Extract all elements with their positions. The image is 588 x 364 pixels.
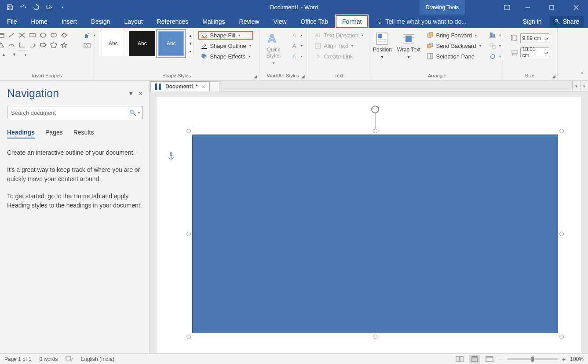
resize-handle[interactable]: [559, 232, 564, 236]
nav-search-input[interactable]: [11, 109, 129, 116]
tab-file[interactable]: File: [0, 15, 24, 28]
align-button[interactable]: ▾: [487, 31, 503, 40]
style-gallery-more[interactable]: ▲▼▾: [187, 31, 194, 56]
shape-style-gallery[interactable]: Abc Abc Abc ▲▼▾: [100, 31, 194, 56]
style-preset-3[interactable]: Abc: [158, 31, 184, 56]
zoom-slider[interactable]: [508, 358, 558, 360]
tab-home[interactable]: Home: [24, 15, 55, 28]
nav-tab-headings[interactable]: Headings: [7, 129, 35, 138]
redo-icon[interactable]: [33, 4, 40, 11]
nav-menu-icon[interactable]: ▼: [128, 90, 134, 97]
document-canvas[interactable]: [157, 97, 581, 353]
tab-office-tab[interactable]: Office Tab: [294, 15, 336, 28]
shape-width-input[interactable]: 18.01 cm▴▾: [520, 47, 549, 57]
resize-handle[interactable]: [186, 129, 191, 133]
resize-handle[interactable]: [373, 129, 377, 133]
nav-close-icon[interactable]: ✕: [138, 90, 143, 97]
status-language[interactable]: English (India): [80, 356, 114, 362]
nav-tab-pages[interactable]: Pages: [45, 129, 63, 138]
tab-close-all[interactable]: ×: [580, 81, 588, 91]
tab-scroll-dropdown[interactable]: ▾: [572, 81, 580, 91]
read-mode-icon[interactable]: [454, 355, 465, 364]
status-words[interactable]: 0 words: [39, 356, 58, 362]
spellcheck-icon[interactable]: [66, 355, 73, 363]
selection-pane-button[interactable]: Selection Pane: [424, 52, 483, 61]
tab-format[interactable]: Format: [335, 15, 369, 28]
navigation-pane: Navigation ▼ ✕ 🔍 ▾ Headings Pages Result…: [0, 81, 150, 353]
resize-handle[interactable]: [559, 335, 564, 339]
ribbon-display-icon[interactable]: [499, 0, 515, 15]
zoom-level[interactable]: 100%: [570, 356, 584, 362]
style-preset-2[interactable]: Abc: [129, 31, 155, 56]
text-fill-button[interactable]: A▾: [289, 31, 305, 40]
undo-icon[interactable]: ▾: [19, 4, 26, 11]
collapse-ribbon-icon[interactable]: ⌃: [580, 71, 584, 78]
align-text-button[interactable]: Align Text▾: [312, 41, 365, 50]
spinner-icon[interactable]: ▴▾: [544, 37, 549, 40]
nav-tab-results[interactable]: Results: [73, 129, 94, 138]
tab-view[interactable]: View: [266, 15, 293, 28]
tab-review[interactable]: Review: [232, 15, 267, 28]
size-launcher-icon[interactable]: ◢: [552, 74, 555, 79]
save-icon[interactable]: [6, 4, 13, 11]
zoom-out-icon[interactable]: −: [499, 355, 503, 363]
style-preset-1[interactable]: Abc: [100, 31, 126, 56]
wordart-launcher-icon[interactable]: ◢: [301, 74, 305, 79]
tab-references[interactable]: References: [150, 15, 196, 28]
shape-effects-button[interactable]: Shape Effects▾: [198, 52, 253, 61]
maximize-button[interactable]: [540, 0, 564, 15]
omega-icon[interactable]: Ω▾: [46, 4, 53, 11]
text-direction-button[interactable]: AText Direction▾: [312, 31, 365, 40]
spinner-icon[interactable]: ▴▾: [544, 51, 549, 54]
svg-rect-48: [512, 50, 517, 54]
status-page[interactable]: Page 1 of 1: [4, 356, 31, 362]
group-button[interactable]: ▾: [487, 41, 503, 50]
web-layout-icon[interactable]: [484, 355, 495, 364]
svg-rect-2: [550, 5, 554, 9]
search-icon[interactable]: 🔍: [129, 109, 136, 116]
rotation-handle-icon[interactable]: [370, 105, 380, 114]
tab-design[interactable]: Design: [84, 15, 117, 28]
pen-outline-icon: [201, 42, 208, 49]
resize-handle[interactable]: [186, 232, 191, 236]
qat-more-icon[interactable]: ▾: [59, 4, 66, 11]
nav-search-box[interactable]: 🔍 ▾: [7, 106, 143, 119]
shapes-gallery[interactable]: ▲ ▼ ▾: [0, 31, 79, 59]
text-outline-button[interactable]: A▾: [289, 41, 305, 50]
sign-in-link[interactable]: Sign in: [523, 18, 542, 25]
search-dropdown-icon[interactable]: ▾: [138, 111, 140, 115]
rotate-button[interactable]: ▾: [487, 52, 503, 61]
send-backward-button[interactable]: Send Backward▾: [424, 41, 483, 50]
share-button[interactable]: Share: [550, 16, 584, 27]
align-text-icon: [314, 42, 321, 49]
text-effects-button[interactable]: A▾: [289, 52, 305, 61]
svg-marker-13: [0, 43, 4, 47]
resize-handle[interactable]: [373, 335, 377, 339]
svg-rect-19: [201, 48, 207, 49]
shape-fill-button[interactable]: Shape Fill▾: [198, 31, 253, 40]
shape-rectangle[interactable]: [192, 135, 558, 333]
shape-height-input[interactable]: 9.89 cm▴▾: [520, 33, 549, 43]
tell-me-search[interactable]: Tell me what you want to do...: [369, 15, 466, 28]
selected-shape[interactable]: [189, 131, 562, 337]
tab-layout[interactable]: Layout: [117, 15, 150, 28]
document-tab-close-icon[interactable]: ×: [202, 84, 205, 89]
zoom-in-icon[interactable]: +: [562, 356, 566, 363]
bring-forward-button[interactable]: Bring Forward▾: [424, 31, 483, 40]
group-label-text: Text: [310, 72, 368, 80]
close-button[interactable]: [564, 0, 588, 15]
tab-mailings[interactable]: Mailings: [195, 15, 232, 28]
shape-outline-button[interactable]: Shape Outline▾: [198, 41, 253, 50]
document-tab[interactable]: ▌▌ Document1 * ×: [150, 81, 210, 91]
quick-styles-button[interactable]: A Quick Styles▾: [261, 31, 286, 66]
tab-insert[interactable]: Insert: [55, 15, 84, 28]
wrap-text-button[interactable]: Wrap Text▾: [396, 31, 421, 60]
print-layout-icon[interactable]: [469, 355, 480, 364]
resize-handle[interactable]: [559, 129, 564, 133]
position-button[interactable]: Position▾: [370, 31, 394, 60]
create-link-button[interactable]: Create Link: [312, 52, 365, 61]
resize-handle[interactable]: [186, 335, 191, 339]
minimize-button[interactable]: [515, 0, 540, 15]
new-tab-button[interactable]: [210, 81, 219, 91]
shape-styles-launcher-icon[interactable]: ◢: [254, 74, 257, 79]
